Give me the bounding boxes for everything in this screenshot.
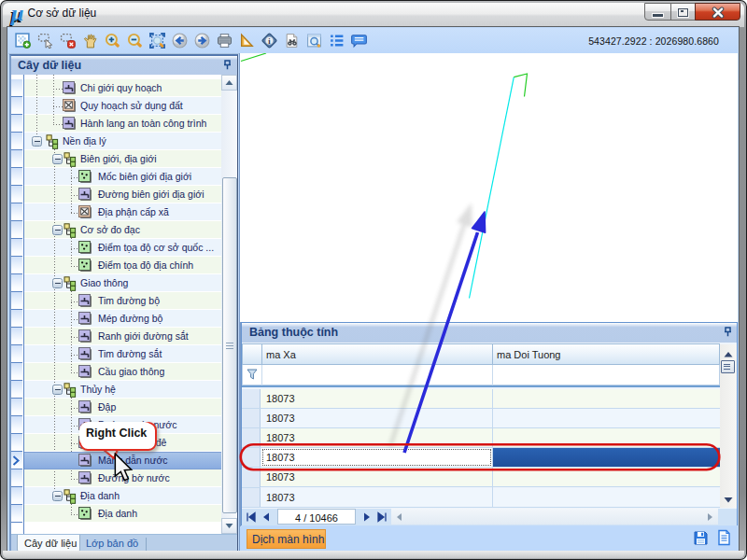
svg-text:µ: µ (10, 4, 24, 25)
